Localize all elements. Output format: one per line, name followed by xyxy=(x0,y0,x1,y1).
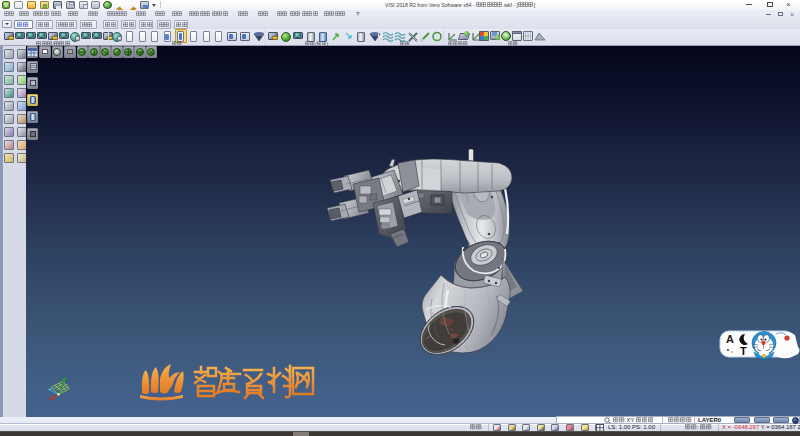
svg-text:T: T xyxy=(740,345,747,357)
svg-text:A: A xyxy=(726,333,734,345)
